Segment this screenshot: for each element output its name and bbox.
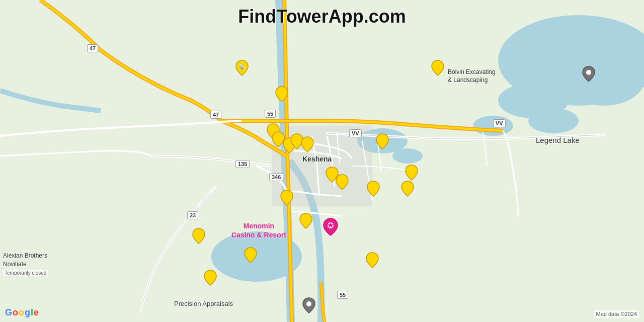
google-l: l [31,307,33,318]
road-label-346: 346 [269,173,283,181]
google-o2: o [19,307,24,318]
boivin-label-container: Boivin Excavating& Landscaping [448,68,496,84]
svg-text:⚡: ⚡ [239,63,246,69]
tower-marker-15[interactable] [299,212,313,229]
google-o1: o [13,307,18,318]
boivin-excavating-marker[interactable] [582,65,596,83]
tower-marker-1[interactable]: 📡 ⚡ [235,59,249,76]
site-title: FindTowerApp.com [238,6,406,27]
boivin-label: Boivin Excavating& Landscaping [448,68,496,84]
svg-point-14 [586,70,591,75]
search-result-marker[interactable] [323,217,339,236]
keshena-label: Keshena [302,155,332,163]
map-container[interactable]: FindTowerApp.com 📡 ⚡ [0,0,644,322]
tower-marker-14[interactable] [280,189,294,206]
tower-marker-12[interactable] [405,164,419,181]
tower-marker-16[interactable] [192,227,206,245]
tower-marker-10[interactable] [335,174,349,191]
road-label-47-top: 47 [87,44,98,52]
precision-appraisals-label: Precision Appraisals [174,300,233,307]
legend-lake-label: Legend Lake [536,136,580,144]
google-logo: Google [5,307,39,318]
tower-marker-19[interactable] [365,252,379,269]
google-g2: g [25,307,30,318]
google-e: e [34,307,39,318]
google-g: G [5,307,12,318]
road-label-135: 135 [235,160,250,168]
precision-appraisals-marker[interactable] [302,297,316,314]
casino-label: MenominCasino & Resort [231,221,286,239]
svg-point-13 [306,301,311,306]
road-label-55-bot: 55 [337,291,348,299]
road-label-vv-right: VV [493,119,506,127]
alexian-label: Alexian Brothers Novitiate [3,252,47,269]
tower-marker-13[interactable] [366,180,380,197]
road-label-47-mid: 47 [210,111,221,119]
tower-marker-8[interactable] [300,136,314,153]
tower-marker-17[interactable] [244,247,258,264]
tower-marker-18[interactable] [203,269,217,286]
tower-marker-20[interactable] [400,180,415,197]
road-label-23: 23 [187,211,198,219]
temp-closed-badge: Temporarily closed [3,270,48,276]
tower-marker-2[interactable] [275,86,289,103]
road-label-55-top: 55 [265,110,276,118]
map-attribution: Map data ©2024 [594,310,639,318]
svg-point-8 [392,148,423,164]
road-label-vv-mid: VV [349,129,362,137]
tower-marker-11[interactable] [375,133,389,150]
tower-marker-3[interactable] [431,59,445,76]
svg-point-5 [564,55,644,106]
svg-point-4 [528,108,579,133]
